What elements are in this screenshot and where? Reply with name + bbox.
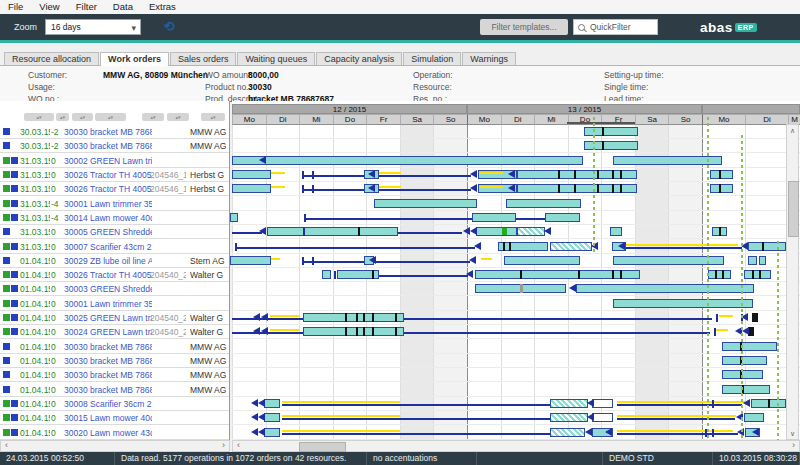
table-horizontal-scrollbar[interactable]: ‹ › xyxy=(0,440,230,452)
cell-description[interactable]: Lawn trimmer 350 xyxy=(90,199,152,209)
cell-product-no[interactable]: 30002 xyxy=(64,156,88,166)
scroll-right-icon[interactable]: › xyxy=(788,441,799,451)
menu-extras[interactable]: Extras xyxy=(141,0,184,13)
gantt-bar[interactable] xyxy=(712,227,727,236)
gantt-bar[interactable] xyxy=(610,227,622,236)
gantt-bar[interactable] xyxy=(232,156,583,165)
cell-product-no[interactable]: 30030 xyxy=(64,370,88,380)
table-row[interactable]: 01.04.15030030bracket MB 78687MMW AG xyxy=(0,340,229,354)
cell-product-no[interactable]: 30026 xyxy=(64,270,88,280)
gantt-bar[interactable] xyxy=(748,256,757,265)
cell-product-no[interactable]: 30014 xyxy=(64,213,88,223)
cell-description[interactable]: Scarifier 36cm 2.1 xyxy=(90,399,152,409)
vertical-scrollbar-thumb[interactable] xyxy=(788,181,799,237)
gantt-bar[interactable] xyxy=(517,227,545,236)
gantt-row[interactable] xyxy=(232,383,800,397)
tab-work-orders[interactable]: Work orders xyxy=(100,52,169,66)
scroll-down-icon[interactable]: ∨ xyxy=(787,428,798,439)
column-header-sort[interactable]: ▴▾ xyxy=(56,113,69,121)
quickfilter-input[interactable]: QuickFilter xyxy=(573,19,658,35)
table-row[interactable]: 31.03.15030005GREEN Shredder 2 xyxy=(0,225,229,239)
cell-description[interactable]: bracket MB 78687 xyxy=(90,356,152,366)
menu-view[interactable]: View xyxy=(31,0,67,13)
table-row[interactable]: 01.04.15030024GREEN Lawn tract204540_27W… xyxy=(0,325,229,339)
table-row[interactable]: 31.03.15030002GREEN Lawn trimm xyxy=(0,154,229,168)
cell-description[interactable]: Tractor TH 4005 xyxy=(90,270,152,280)
cell-description[interactable]: Scarifier 43cm 2.4 xyxy=(90,242,152,252)
table-row[interactable]: 01.04.15030020Lawn mower 43cm xyxy=(0,426,229,440)
gantt-row[interactable] xyxy=(232,340,800,354)
table-row[interactable]: 01.04.15030003GREEN Shredder 2 xyxy=(0,282,229,296)
gantt-row[interactable] xyxy=(232,211,800,225)
cell-product-no[interactable]: 30026 xyxy=(64,170,88,180)
column-header-sort[interactable]: ▴▾ xyxy=(167,113,189,121)
filter-templates-button[interactable]: Filter templates... xyxy=(480,19,568,35)
tab-waiting-queues[interactable]: Waiting queues xyxy=(237,52,315,65)
gantt-bar[interactable] xyxy=(592,399,613,408)
gantt-bar[interactable] xyxy=(264,399,280,408)
table-row[interactable]: 01.04.15030008Scarifier 36cm 2.1 xyxy=(0,397,229,411)
column-header-sort[interactable]: ▴▾ xyxy=(24,113,54,121)
gantt-bar[interactable] xyxy=(550,428,585,437)
scroll-left-icon[interactable]: ‹ xyxy=(233,441,244,451)
column-header-sort[interactable]: ▴▾ xyxy=(72,113,93,121)
cell-product-no[interactable]: 30008 xyxy=(64,399,88,409)
gantt-bar[interactable] xyxy=(322,270,331,279)
gantt-bar[interactable] xyxy=(550,399,588,408)
cell-description[interactable]: bracket MB 78687 xyxy=(90,385,152,395)
cell-description[interactable]: GREEN Shredder 2 xyxy=(90,284,152,294)
gantt-bar[interactable] xyxy=(506,199,581,208)
menu-file[interactable]: File xyxy=(0,0,31,13)
gantt-bar[interactable] xyxy=(230,256,271,265)
cell-description[interactable]: GREEN Lawn trimm xyxy=(90,156,152,166)
gantt-row[interactable] xyxy=(232,168,800,182)
zoom-select[interactable]: 16 days ▾ xyxy=(45,19,141,35)
table-row[interactable]: 01.04.15030030bracket MB 78687MMW AG xyxy=(0,383,229,397)
column-header-sort[interactable]: ▴▾ xyxy=(142,113,164,121)
cell-product-no[interactable]: 30001 xyxy=(64,199,88,209)
tab-capacity-analysis[interactable]: Capacity analysis xyxy=(316,52,402,65)
gantt-row[interactable] xyxy=(232,139,800,153)
table-row[interactable]: 01.04.15030015Lawn mower 40cm xyxy=(0,411,229,425)
gantt-bar[interactable] xyxy=(267,227,398,236)
cell-description[interactable]: Lawn mower 40cm xyxy=(90,413,152,423)
menu-data[interactable]: Data xyxy=(105,0,141,13)
cell-description[interactable]: bracket MB 78687 xyxy=(90,370,152,380)
cell-product-no[interactable]: 30024 xyxy=(64,327,88,337)
gantt-bar[interactable] xyxy=(613,156,722,165)
gantt-bar[interactable] xyxy=(498,242,548,251)
gantt-row[interactable] xyxy=(232,297,800,311)
gantt-bar[interactable] xyxy=(374,199,477,208)
gantt-row[interactable] xyxy=(232,426,800,440)
gantt-bar[interactable] xyxy=(517,170,637,179)
table-row[interactable]: 01.04.15030001Lawn trimmer 350 xyxy=(0,297,229,311)
table-row[interactable]: 30.03.15-230030bracket MB 78687MMW AG xyxy=(0,139,229,153)
cell-product-no[interactable]: 30005 xyxy=(64,227,88,237)
table-row[interactable]: 01.04.15030030bracket MB 78687MMW AG xyxy=(0,354,229,368)
gantt-row[interactable] xyxy=(232,225,800,239)
gantt-bar[interactable] xyxy=(230,213,238,222)
gantt-bar[interactable] xyxy=(710,184,733,193)
cell-product-no[interactable]: 30030 xyxy=(64,385,88,395)
cell-description[interactable]: bracket MB 78687 xyxy=(90,141,152,151)
gantt-bar[interactable] xyxy=(545,213,580,222)
column-header-sort[interactable]: ▴▾ xyxy=(201,113,225,121)
cell-description[interactable]: Tractor TH 4005 xyxy=(90,170,152,180)
menu-filter[interactable]: Filter xyxy=(68,0,105,13)
gantt-bar[interactable] xyxy=(744,270,771,279)
gantt-bar[interactable] xyxy=(476,227,517,236)
table-row[interactable]: 01.04.15030026Tractor TH 4005204540_29Wa… xyxy=(0,268,229,282)
gantt-bar[interactable] xyxy=(744,413,764,422)
gantt-bar[interactable] xyxy=(592,413,613,422)
cell-description[interactable]: bracket MB 78687 xyxy=(90,342,152,352)
scroll-right-icon[interactable]: › xyxy=(218,441,229,451)
cell-description[interactable]: ZB lube oil line A61 xyxy=(90,256,152,266)
tab-resource-allocation[interactable]: Resource allocation xyxy=(4,52,99,65)
gantt-row[interactable] xyxy=(232,397,800,411)
tab-simulation[interactable]: Simulation xyxy=(403,52,461,65)
gantt-bar[interactable] xyxy=(613,299,753,308)
cell-product-no[interactable]: 30025 xyxy=(64,313,88,323)
gantt-scrollbar-thumb[interactable] xyxy=(299,442,346,452)
gantt-row[interactable] xyxy=(232,240,800,254)
cell-product-no[interactable]: 30007 xyxy=(64,242,88,252)
